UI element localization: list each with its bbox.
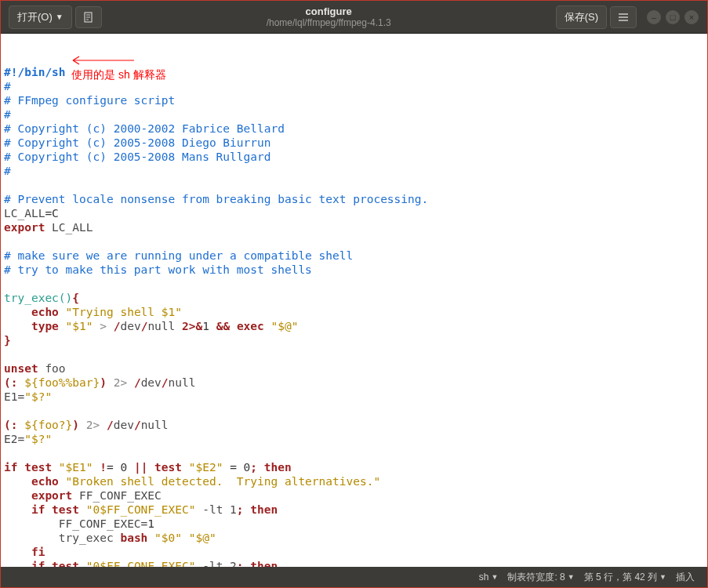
code-text: "$?" [24, 433, 52, 445]
code-text: # make sure we are running under a compa… [4, 249, 353, 262]
close-button[interactable]: × [684, 10, 699, 24]
code-text: (: [4, 376, 17, 389]
code-text: "$1" [66, 320, 93, 332]
code-text: fi [31, 546, 45, 558]
code-text: "0$FF_CONF_EXEC" [79, 560, 195, 567]
code-text: 2> [79, 419, 107, 431]
code-text: = 0 [107, 461, 134, 474]
chevron-down-icon: ▼ [56, 13, 64, 21]
code-text: foo [38, 362, 66, 375]
open-label: 打开(O) [17, 10, 53, 24]
code-text: null [141, 419, 176, 431]
code-editor[interactable]: 使用的是 sh 解释器 #!/bin/sh # # FFmpeg configu… [1, 34, 707, 567]
code-text: unset [4, 362, 38, 375]
code-text: type [31, 320, 59, 332]
code-text: "$E2" [182, 461, 223, 474]
code-text: # Copyright (c) 2005-2008 Mans Rullgard [4, 151, 270, 163]
chevron-down-icon: ▼ [492, 573, 499, 581]
code-text: / [134, 376, 141, 389]
chevron-down-icon: ▼ [568, 573, 575, 581]
new-tab-button[interactable] [75, 6, 102, 28]
code-text: || [134, 461, 147, 474]
code-text: ; then [237, 503, 278, 516]
chevron-down-icon: ▼ [659, 573, 666, 581]
code-text: null [169, 376, 203, 389]
code-text: # [4, 108, 11, 121]
code-text: try_exec [59, 532, 121, 544]
code-text: # [4, 80, 11, 93]
menu-button[interactable] [610, 6, 637, 28]
code-text: / [162, 376, 169, 389]
code-text: null [147, 320, 182, 332]
close-icon: × [689, 13, 694, 22]
insert-mode[interactable]: 插入 [676, 571, 695, 584]
code-text: "$?" [24, 390, 52, 403]
code-text: "$0" [147, 532, 182, 544]
code-text: dev [120, 320, 140, 332]
code-text: -lt 1 [195, 503, 236, 516]
code-text: test [17, 461, 52, 474]
annotation-text: 使用的是 sh 解释器 [71, 68, 166, 81]
code-text: ! [93, 461, 107, 474]
cursor-position[interactable]: 第 5 行，第 42 列 ▼ [584, 571, 666, 584]
code-text: (: [4, 419, 17, 431]
save-label: 保存(S) [565, 10, 598, 24]
red-annotation: 使用的是 sh 解释器 [71, 38, 166, 82]
code-text: if [31, 560, 45, 567]
code-text: bash [120, 532, 147, 544]
code-text: { [72, 292, 79, 304]
code-text: -lt 2 [195, 560, 236, 567]
code-text: ) [100, 376, 107, 389]
status-bar: sh ▼ 制表符宽度: 8 ▼ 第 5 行，第 42 列 ▼ 插入 [1, 567, 707, 587]
language-label: sh [479, 572, 489, 583]
code-text: FF_CONF_EXEC= [59, 517, 148, 530]
code-text: ${foo%%bar} [17, 376, 100, 389]
code-text: && exec [216, 320, 264, 332]
code-text: dev [114, 419, 134, 431]
code-text: if [31, 503, 45, 516]
code-text: # try to make this part work with most s… [4, 263, 312, 276]
code-text: / [107, 419, 114, 431]
code-text: "0$FF_CONF_EXEC" [79, 503, 195, 516]
code-text: FF_CONF_EXEC [72, 489, 162, 502]
code-text: 2> [107, 376, 134, 389]
tab-width-label: 制表符宽度: 8 [507, 571, 565, 584]
code-text: / [134, 419, 141, 431]
code-text: dev [141, 376, 162, 389]
maximize-button[interactable]: □ [666, 10, 680, 24]
insert-label: 插入 [676, 571, 695, 584]
hamburger-icon [617, 11, 630, 24]
code-text: =C [45, 207, 58, 220]
window-title: configure [103, 5, 554, 17]
code-text: try_exec() [4, 292, 72, 304]
code-text: # Prevent locale nonsense from breaking … [4, 193, 428, 205]
save-button[interactable]: 保存(S) [556, 5, 607, 29]
code-text: "$E1" [52, 461, 93, 474]
code-text: "Broken shell detected. Trying alternati… [59, 475, 380, 488]
code-text: 1 [147, 517, 154, 530]
code-text: LC_ALL [4, 207, 45, 220]
maximize-icon: □ [670, 13, 676, 22]
code-text: "$@" [264, 320, 299, 332]
open-button[interactable]: 打开(O) ▼ [9, 5, 72, 29]
code-text: "Trying shell $1" [66, 306, 182, 318]
code-text: LC_ALL [45, 221, 93, 234]
code-text: test [45, 560, 79, 567]
code-text: # Copyright (c) 2000-2002 Fabrice Bellar… [4, 122, 285, 135]
minimize-button[interactable]: – [647, 10, 661, 24]
tab-width-selector[interactable]: 制表符宽度: 8 ▼ [507, 571, 574, 584]
new-document-icon [82, 11, 95, 24]
window-path: /home/lql/ffmpeg/ffmpeg-4.1.3 [103, 17, 554, 28]
code-text: ; then [250, 461, 291, 474]
language-selector[interactable]: sh ▼ [479, 572, 499, 583]
code-text: # [4, 165, 11, 177]
minimize-icon: – [652, 13, 656, 22]
code-text: export [4, 221, 45, 234]
code-text: ${foo?} [17, 419, 72, 431]
code-text: E1= [4, 390, 24, 403]
cursor-pos-label: 第 5 行，第 42 列 [584, 571, 657, 584]
code-text: 2>& [182, 320, 202, 332]
code-text: } [4, 334, 11, 347]
title-area: configure /home/lql/ffmpeg/ffmpeg-4.1.3 [103, 5, 554, 28]
code-text: export [31, 489, 72, 502]
